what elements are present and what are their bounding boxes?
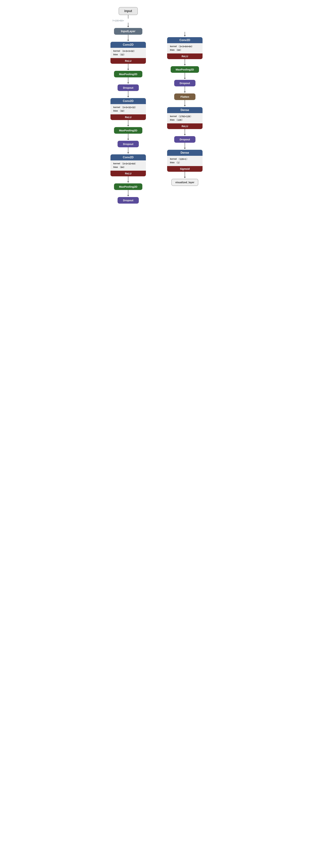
maxpool-2-node: MaxPooling2D <box>114 127 142 134</box>
diagram-container: input ?×100×60× InputLayer Conv2D kernel… <box>107 4 206 207</box>
conv2d-2-node: Conv2D kernel 〈3×3×32×32〉 bias 〈32〉 ReLU <box>111 98 146 120</box>
conv2d-3-bias-label: bias <box>113 166 118 169</box>
dense-1-bias-value: 〈128〉 <box>175 118 184 122</box>
dropout-1-node: Dropout <box>118 85 139 91</box>
conv2d-1-kernel-label: kernel <box>113 50 120 53</box>
conv2d-3-kernel-label: kernel <box>113 162 120 165</box>
dropout-r2-node: Dropout <box>174 136 195 143</box>
maxpool-1-node: MaxPooling2D <box>114 71 142 78</box>
conv2d-3-kernel-value: 〈3×3×32×64〉 <box>121 162 137 165</box>
conv2d-r1-bias-label: bias <box>170 49 175 52</box>
conv2d-1-body: kernel 〈3×3×3×32〉 bias 〈32〉 <box>111 48 146 58</box>
dense-1-body: kernel 〈1792×128〉 bias 〈128〉 <box>167 113 202 123</box>
left-column: input ?×100×60× InputLayer Conv2D kernel… <box>111 7 146 204</box>
dense-2-bias-value: 〈1〉 <box>175 161 181 164</box>
conv2d-r1-node: Conv2D kernel 〈3×3×64×64〉 bias 〈64〉 ReLU <box>167 37 202 59</box>
conv2d-r1-kernel-value: 〈3×3×64×64〉 <box>178 45 194 48</box>
conv2d-2-kernel-label: kernel <box>113 106 120 109</box>
dropout-r1-node: Dropout <box>174 80 195 86</box>
conv2d-r1-kernel-label: kernel <box>170 45 177 48</box>
flatten-node: Flatten <box>174 93 195 100</box>
dense-2-bias-label: bias <box>170 161 175 164</box>
dense-1-header: Dense <box>167 107 202 113</box>
conv2d-1-kernel-value: 〈3×3×3×32〉 <box>121 50 136 53</box>
dropout-3-node: Dropout <box>118 197 139 204</box>
dense-1-node: Dense kernel 〈1792×128〉 bias 〈128〉 ReLU <box>167 107 202 129</box>
dense-1-kernel-value: 〈1792×128〉 <box>178 115 192 118</box>
conv2d-1-bias-label: bias <box>113 53 118 56</box>
conv2d-1-activation: ReLU <box>111 58 146 64</box>
conv2d-2-bias-value: 〈32〉 <box>119 110 126 113</box>
dense-1-bias-label: bias <box>170 118 175 122</box>
input-annotation: ?×100×60× <box>112 19 124 22</box>
dense-2-header: Dense <box>167 150 202 156</box>
dense-1-kernel-label: kernel <box>170 115 177 118</box>
conv2d-2-body: kernel 〈3×3×32×32〉 bias 〈32〉 <box>111 104 146 114</box>
conv2d-1-header: Conv2D <box>111 42 146 48</box>
dropout-2-node: Dropout <box>118 141 139 147</box>
conv2d-2-activation: ReLU <box>111 114 146 120</box>
conv2d-r1-body: kernel 〈3×3×64×64〉 bias 〈64〉 <box>167 43 202 54</box>
conv2d-r1-bias-value: 〈64〉 <box>175 49 182 52</box>
conv2d-2-bias-label: bias <box>113 110 118 113</box>
conv2d-3-body: kernel 〈3×3×32×64〉 bias 〈64〉 <box>111 160 146 170</box>
dense-2-kernel-value: 〈128×1〉 <box>178 158 189 161</box>
dense-2-kernel-label: kernel <box>170 158 177 161</box>
conv2d-r1-activation: ReLU <box>167 54 202 59</box>
maxpool-r1-node: MaxPooling2D <box>171 66 199 73</box>
dense-2-body: kernel 〈128×1〉 bias 〈1〉 <box>167 156 202 166</box>
conv2d-3-activation: ReLU <box>111 170 146 176</box>
dense-2-activation: Sigmoid <box>167 166 202 172</box>
conv2d-3-node: Conv2D kernel 〈3×3×32×64〉 bias 〈64〉 ReLU <box>111 154 146 176</box>
maxpool-3-node: MaxPooling2D <box>114 183 142 190</box>
conv2d-3-bias-value: 〈64〉 <box>119 166 126 169</box>
input-node: input <box>119 7 138 15</box>
conv2d-2-header: Conv2D <box>111 98 146 104</box>
conv2d-r1-header: Conv2D <box>167 37 202 43</box>
conv2d-2-kernel-value: 〈3×3×32×32〉 <box>121 106 137 109</box>
dense-2-node: Dense kernel 〈128×1〉 bias 〈1〉 Sigmoid <box>167 150 202 172</box>
conv2d-1-node: Conv2D kernel 〈3×3×3×32〉 bias 〈32〉 ReLU <box>111 42 146 64</box>
dense-1-activation: ReLU <box>167 123 202 129</box>
right-column: Conv2D kernel 〈3×3×64×64〉 bias 〈64〉 ReLU… <box>167 32 202 186</box>
conv2d-1-bias-value: 〈32〉 <box>119 53 126 56</box>
inputlayer-node: InputLayer <box>114 28 142 35</box>
visualized-layer-node: visualized_layer <box>171 179 198 186</box>
conv2d-3-header: Conv2D <box>111 154 146 160</box>
